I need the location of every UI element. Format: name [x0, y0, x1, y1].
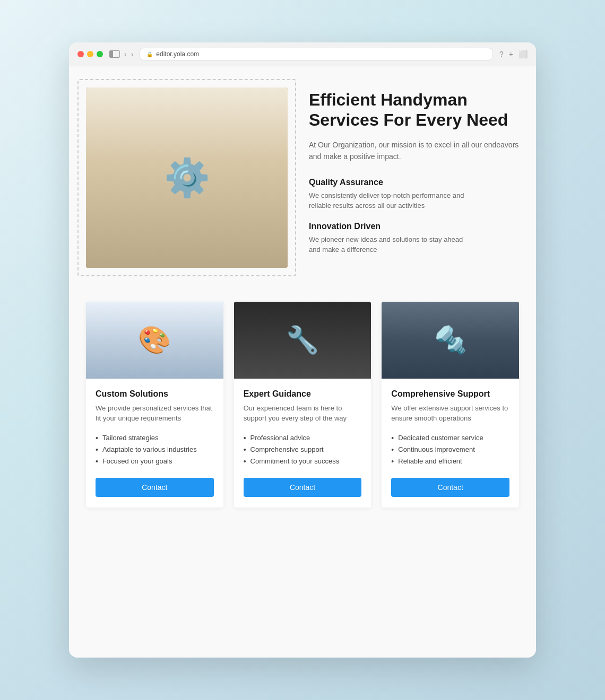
card-title-custom: Custom Solutions [96, 389, 214, 399]
list-item: Comprehensive support [244, 444, 362, 456]
browser-toolbar: ‹ › 🔒 editor.yola.com ? + ⬜ [69, 42, 536, 66]
url-text: editor.yola.com [156, 50, 199, 58]
hero-section: Efficient Handyman Services For Every Ne… [86, 79, 519, 276]
card-image-expert [234, 302, 371, 379]
card-desc-custom: We provide personalized services that fi… [96, 403, 214, 424]
list-item: Tailored strategies [96, 432, 214, 444]
list-item: Professional advice [244, 432, 362, 444]
contact-button-custom[interactable]: Contact [96, 478, 214, 497]
card-body-custom: Custom Solutions We provide personalized… [86, 379, 223, 508]
card-desc-expert: Our experienced team is here to support … [244, 403, 362, 424]
feature-item-innovation: Innovation Driven We pioneer new ideas a… [309, 222, 519, 255]
list-item: Dedicated customer service [391, 432, 509, 444]
feature-desc-innovation: We pioneer new ideas and solutions to st… [309, 234, 468, 255]
plumber-image [382, 302, 519, 379]
painter-image [86, 302, 223, 379]
card-body-expert: Expert Guidance Our experienced team is … [234, 379, 371, 508]
hero-image [86, 88, 288, 268]
minimize-button[interactable] [87, 51, 93, 57]
list-item: Reliable and efficient [391, 456, 509, 467]
card-custom-solutions: Custom Solutions We provide personalized… [86, 302, 223, 508]
hero-image-wrapper [86, 88, 288, 268]
card-image-support [382, 302, 519, 379]
card-image-custom [86, 302, 223, 379]
close-button[interactable] [77, 51, 84, 57]
card-list-custom: Tailored strategies Adaptable to various… [96, 432, 214, 467]
card-body-support: Comprehensive Support We offer extensive… [382, 379, 519, 508]
card-expert-guidance: Expert Guidance Our experienced team is … [234, 302, 371, 508]
card-title-expert: Expert Guidance [244, 389, 362, 399]
feature-title-innovation: Innovation Driven [309, 222, 519, 231]
contact-button-support[interactable]: Contact [391, 478, 509, 497]
contact-button-expert[interactable]: Contact [244, 478, 362, 497]
browser-actions: ? + ⬜ [499, 50, 528, 58]
browser-controls: ‹ › [109, 50, 133, 58]
handyman-scene-image [86, 88, 288, 268]
list-item: Focused on your goals [96, 456, 214, 467]
feature-desc-quality: We consistently deliver top-notch perfor… [309, 190, 468, 211]
maximize-button[interactable] [97, 51, 103, 57]
feature-item-quality: Quality Assurance We consistently delive… [309, 178, 519, 211]
list-item: Commitment to your success [244, 456, 362, 467]
drill-image [234, 302, 371, 379]
list-item: Adaptable to various industries [96, 444, 214, 456]
sidebar-toggle[interactable] [109, 50, 120, 58]
back-button[interactable]: ‹ [124, 50, 127, 58]
browser-content: Efficient Handyman Services For Every Ne… [69, 66, 536, 658]
add-tab-icon[interactable]: + [509, 50, 513, 58]
address-bar[interactable]: 🔒 editor.yola.com [140, 48, 493, 60]
traffic-lights [77, 51, 103, 57]
extensions-icon[interactable]: ⬜ [518, 50, 528, 58]
hero-subtitle: At Our Organization, our mission is to e… [309, 139, 519, 163]
forward-button[interactable]: › [131, 50, 134, 58]
cards-section: Custom Solutions We provide personalized… [86, 302, 519, 508]
card-comprehensive-support: Comprehensive Support We offer extensive… [382, 302, 519, 508]
browser-window: ‹ › 🔒 editor.yola.com ? + ⬜ Efficient Ha… [69, 42, 536, 658]
list-item: Continuous improvement [391, 444, 509, 456]
feature-title-quality: Quality Assurance [309, 178, 519, 187]
hero-text: Efficient Handyman Services For Every Ne… [309, 79, 519, 276]
card-list-expert: Professional advice Comprehensive suppor… [244, 432, 362, 467]
help-icon[interactable]: ? [499, 50, 504, 58]
card-list-support: Dedicated customer service Continuous im… [391, 432, 509, 467]
card-desc-support: We offer extensive support services to e… [391, 403, 509, 424]
card-title-support: Comprehensive Support [391, 389, 509, 399]
lock-icon: 🔒 [146, 51, 153, 57]
hero-title: Efficient Handyman Services For Every Ne… [309, 90, 519, 130]
